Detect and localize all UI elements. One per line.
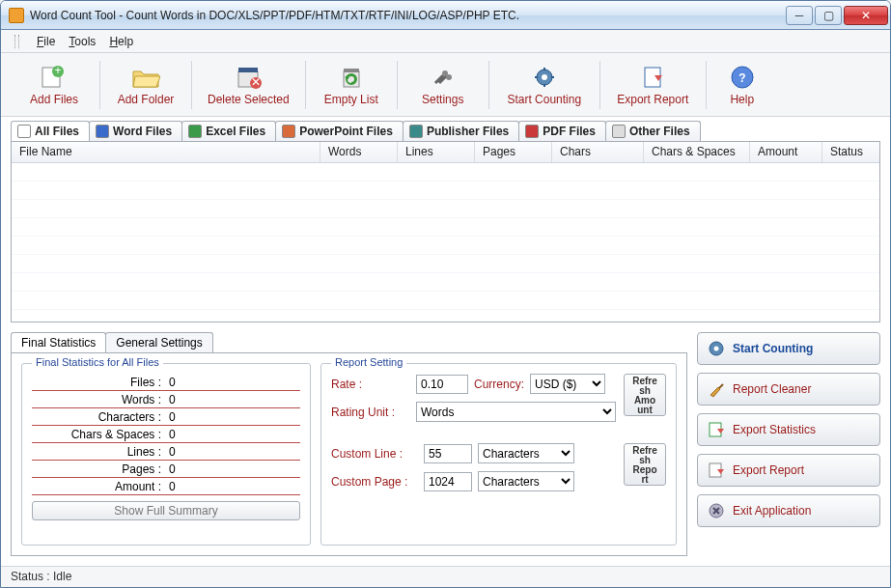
stat-pages-value: 0 — [165, 462, 300, 476]
gear-icon — [529, 64, 560, 91]
toolbar-grip — [14, 35, 19, 48]
all-files-icon — [17, 125, 31, 138]
export-report-button[interactable]: Export Report — [602, 60, 704, 110]
tab-excel-files[interactable]: Excel Files — [181, 121, 276, 141]
stat-amount-value: 0 — [165, 480, 300, 493]
report-cleaner-button[interactable]: Report Cleaner — [697, 373, 880, 406]
col-words[interactable]: Words — [320, 142, 398, 162]
rating-unit-select[interactable]: Words — [416, 402, 616, 422]
col-chars-spaces[interactable]: Chars & Spaces — [644, 142, 750, 162]
col-chars[interactable]: Chars — [552, 142, 644, 162]
minimize-button[interactable]: ─ — [786, 6, 813, 25]
other-files-icon — [612, 125, 626, 138]
menu-help[interactable]: Help — [109, 35, 133, 48]
show-full-summary-button[interactable]: Show Full Summary — [32, 501, 300, 520]
export-report-icon — [708, 462, 725, 479]
report-legend: Report Setting — [331, 356, 406, 368]
window-title: Word Count Tool - Count Words in DOC/XLS… — [30, 9, 786, 22]
tab-final-statistics[interactable]: Final Statistics — [11, 332, 106, 352]
stats-legend: Final Statistics for All Files — [32, 356, 163, 368]
tab-general-settings[interactable]: General Settings — [105, 332, 212, 352]
delete-selected-button[interactable]: ✕ Delete Selected — [194, 60, 303, 110]
stat-words-value: 0 — [165, 393, 300, 406]
broom-icon — [708, 380, 725, 398]
add-files-button[interactable]: + Add Files — [11, 60, 97, 110]
grid-body — [12, 163, 879, 322]
currency-select[interactable]: USD ($) — [530, 374, 605, 394]
add-folder-button[interactable]: Add Folder — [102, 60, 189, 110]
refresh-amount-button[interactable]: RefreshAmount — [624, 374, 666, 416]
add-files-icon: + — [39, 64, 70, 91]
exit-icon — [708, 502, 725, 519]
svg-text:?: ? — [738, 71, 745, 85]
col-pages[interactable]: Pages — [475, 142, 552, 162]
menu-file[interactable]: File — [37, 35, 55, 48]
col-lines[interactable]: Lines — [398, 142, 475, 162]
tab-pdf-files[interactable]: PDF Files — [518, 121, 606, 141]
svg-line-25 — [719, 384, 723, 388]
svg-point-12 — [446, 74, 452, 80]
settings-button[interactable]: Settings — [400, 60, 487, 110]
tab-publisher-files[interactable]: Publisher Files — [403, 121, 519, 141]
empty-list-icon — [336, 64, 367, 91]
stat-lines-value: 0 — [165, 445, 300, 459]
menu-tools[interactable]: Tools — [69, 35, 96, 48]
svg-rect-4 — [238, 68, 258, 72]
export-stats-icon — [708, 421, 725, 438]
pdf-icon — [525, 125, 539, 138]
custom-page-input[interactable] — [424, 472, 472, 491]
close-button[interactable]: ✕ — [844, 6, 888, 25]
rate-input[interactable] — [416, 375, 468, 394]
col-status[interactable]: Status — [822, 142, 879, 162]
export-statistics-button[interactable]: Export Statistics — [697, 413, 880, 446]
status-bar: Status : Idle — [1, 566, 890, 587]
svg-text:+: + — [54, 66, 61, 77]
add-folder-icon — [130, 64, 161, 91]
help-icon: ? — [727, 64, 758, 91]
file-type-tabs: All Files Word Files Excel Files PowerPo… — [1, 117, 890, 141]
svg-rect-8 — [344, 69, 359, 72]
report-setting-group: Report Setting Rate : Currency: USD ($) … — [320, 363, 677, 546]
grid-header: File Name Words Lines Pages Chars Chars … — [12, 142, 879, 163]
svg-text:✕: ✕ — [251, 75, 261, 89]
file-grid[interactable]: File Name Words Lines Pages Chars Chars … — [11, 141, 880, 322]
start-counting-button[interactable]: Start Counting — [491, 60, 598, 110]
settings-icon — [428, 64, 459, 91]
empty-list-button[interactable]: Empty List — [308, 60, 395, 110]
custom-line-unit-select[interactable]: Characters — [478, 443, 574, 463]
stat-characters-value: 0 — [165, 410, 300, 424]
publisher-icon — [409, 125, 423, 138]
tab-all-files[interactable]: All Files — [11, 121, 90, 141]
menu-bar: File Tools Help — [1, 30, 890, 53]
svg-point-14 — [542, 74, 547, 80]
title-bar: Word Count Tool - Count Words in DOC/XLS… — [1, 1, 890, 30]
tab-other-files[interactable]: Other Files — [605, 121, 701, 141]
custom-line-input[interactable] — [424, 444, 472, 463]
action-sidebar: Start Counting Report Cleaner Export Sta… — [697, 332, 880, 556]
svg-point-24 — [714, 347, 719, 351]
app-icon — [9, 8, 24, 23]
help-button[interactable]: ? Help — [709, 60, 776, 110]
col-amount[interactable]: Amount — [750, 142, 822, 162]
maximize-button[interactable]: ▢ — [815, 6, 842, 25]
toolbar: + Add Files Add Folder ✕ Delete Selected… — [1, 53, 890, 117]
custom-page-unit-select[interactable]: Characters — [478, 471, 574, 491]
refresh-report-button[interactable]: RefreshReport — [624, 443, 666, 486]
tab-powerpoint-files[interactable]: PowerPoint Files — [275, 121, 404, 141]
export-report-action[interactable]: Export Report — [697, 454, 880, 487]
stat-files-value: 0 — [165, 376, 300, 389]
word-icon — [96, 125, 109, 138]
powerpoint-icon — [282, 125, 295, 138]
excel-icon — [188, 125, 202, 138]
tab-word-files[interactable]: Word Files — [89, 121, 182, 141]
stat-chars-spaces-value: 0 — [165, 428, 300, 441]
final-statistics-group: Final Statistics for All Files Files :0 … — [21, 363, 311, 546]
export-report-icon — [637, 64, 668, 91]
delete-icon: ✕ — [233, 64, 264, 91]
exit-application-button[interactable]: Exit Application — [697, 494, 880, 527]
gear-icon — [708, 340, 725, 357]
start-counting-action[interactable]: Start Counting — [697, 332, 880, 365]
col-file-name[interactable]: File Name — [12, 142, 320, 162]
